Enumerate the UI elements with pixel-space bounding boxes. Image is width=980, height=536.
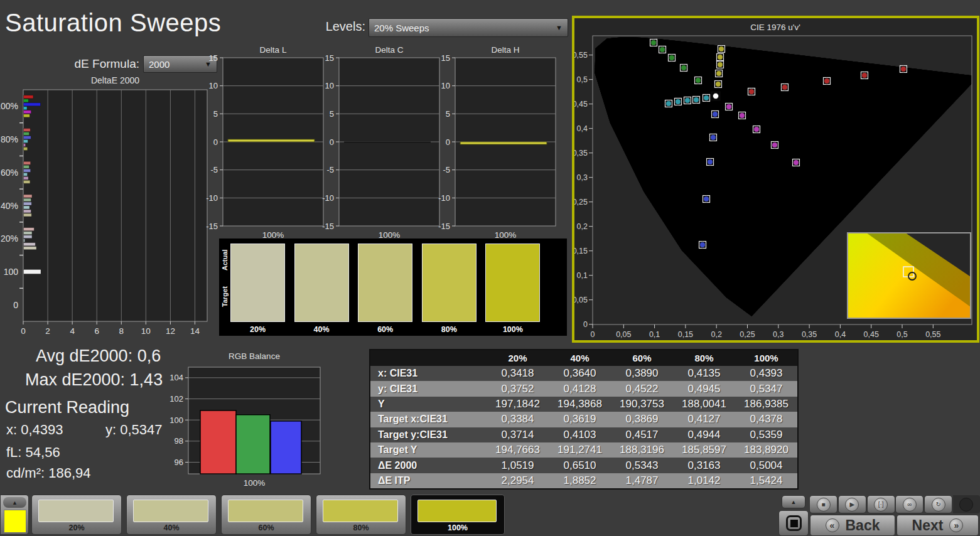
deltae-bar (24, 99, 29, 102)
current-cdm2-value: cd/m²: 186,94 (6, 465, 91, 481)
table-header-row: 20%40%60%80%100% (370, 350, 797, 366)
svg-text:80%: 80% (1, 134, 18, 144)
deltae-bar (24, 198, 31, 201)
svg-text:10: 10 (209, 81, 218, 90)
table-cell: 2,2954 (487, 474, 549, 487)
table-cell: 0,4103 (549, 429, 611, 441)
deltae-bar (24, 195, 32, 198)
levels-dropdown[interactable]: 20% Sweeps ▼ (369, 18, 568, 37)
de-formula-value: 2000 (149, 59, 201, 70)
svg-text:15: 15 (325, 53, 334, 63)
table-row-label: Target y:CIE31 (370, 429, 487, 441)
svg-text:-10: -10 (438, 193, 450, 203)
current-x-value: x: 0,4393 (6, 422, 63, 438)
svg-text:0,4: 0,4 (835, 330, 846, 339)
table-cell: 0,3869 (611, 413, 673, 426)
page-title: Saturation Sweeps (5, 9, 221, 37)
svg-text:100%: 100% (244, 478, 266, 488)
svg-text:0: 0 (330, 137, 334, 147)
table-column-header: 20% (487, 353, 549, 363)
table-column-header: 40% (549, 353, 611, 363)
cie-diagram-panel: CIE 1976 u'v' (572, 16, 979, 343)
level-button-80%[interactable]: 80% (316, 495, 406, 535)
deltae-bar (24, 129, 31, 132)
svg-text:-10: -10 (206, 193, 218, 203)
svg-text:-10: -10 (322, 193, 334, 203)
next-button[interactable]: Next » (897, 515, 979, 536)
deltae-bar (24, 176, 29, 180)
palette-expand-button[interactable]: ▲ (3, 497, 26, 508)
table-cell: 0,5359 (735, 429, 797, 441)
interval-button[interactable]: [·] (867, 495, 895, 513)
svg-text:5: 5 (446, 109, 450, 119)
deltae-bar (24, 136, 31, 139)
svg-text:0: 0 (13, 300, 18, 310)
deltae-bar (24, 180, 30, 183)
back-button[interactable]: « Back (810, 515, 895, 536)
svg-text:4: 4 (70, 326, 75, 336)
meter-expand-button[interactable]: ▲ (782, 495, 805, 508)
deltae-bar (24, 114, 30, 117)
svg-text:RGB Balance: RGB Balance (229, 351, 280, 361)
level-button-20%[interactable]: 20% (31, 495, 122, 535)
loop-button[interactable]: ∞ (895, 495, 923, 513)
table-cell: 194,7663 (487, 444, 549, 456)
level-button-60%[interactable]: 60% (221, 495, 311, 535)
table-row: Target y:CIE310,37140,41030,45170,49440,… (370, 427, 797, 442)
svg-text:15: 15 (209, 53, 218, 63)
svg-text:0,45: 0,45 (864, 330, 879, 339)
measure-button[interactable] (778, 510, 809, 536)
level-button-40%[interactable]: 40% (126, 495, 217, 535)
level-button-swatch (228, 500, 303, 522)
level-button-100%[interactable]: 100% (411, 495, 505, 535)
table-cell: 0,4393 (735, 367, 797, 380)
table-cell: 0,5343 (611, 459, 673, 472)
svg-text:0,25: 0,25 (574, 198, 588, 206)
deltae-bar (24, 213, 32, 217)
table-row-label: ΔE ITP (370, 475, 487, 486)
svg-text:0,55: 0,55 (925, 330, 940, 339)
svg-text:Delta C: Delta C (375, 45, 403, 55)
table-row-label: x: CIE31 (370, 368, 487, 379)
svg-text:0: 0 (591, 330, 595, 339)
stop-button[interactable]: ■ (809, 495, 837, 513)
table-cell: 1,8852 (549, 474, 611, 487)
svg-text:0,1: 0,1 (577, 271, 588, 280)
svg-text:0,2: 0,2 (577, 222, 588, 231)
current-fl-value: fL: 54,56 (6, 444, 60, 461)
table-cell: 0,4378 (735, 413, 797, 426)
rgb-bar-blue (271, 421, 301, 474)
table-row: x: CIE310,34180,36400,38900,41350,4393 (370, 366, 797, 381)
max-de2000-stat: Max dE2000: 1,43 (25, 370, 163, 390)
table-cell: 186,9385 (735, 398, 797, 410)
delta-h-chart: Delta H151050-5-10-15100% (429, 44, 558, 241)
swatch-40% (294, 244, 349, 322)
play-button[interactable]: ▶ (838, 495, 866, 513)
svg-text:0,35: 0,35 (802, 330, 817, 339)
svg-text:0,15: 0,15 (678, 330, 693, 339)
table-cell: 0,4517 (611, 429, 673, 441)
refresh-button[interactable]: ↻ (924, 495, 952, 513)
level-button-label: 80% (316, 523, 406, 532)
delta_h-bar (460, 142, 547, 144)
level-button-label: 20% (32, 523, 121, 532)
deltae-bar (24, 165, 30, 168)
deltae-bar (24, 173, 28, 176)
back-arrow-icon: « (826, 518, 839, 532)
deltae-bar (24, 247, 37, 250)
svg-text:10: 10 (141, 326, 151, 336)
level-button-label: 100% (411, 523, 504, 532)
rgb-balance-chart: RGB Balance1041021009896100% (170, 350, 370, 492)
svg-text:0,5: 0,5 (577, 75, 588, 84)
table-cell: 0,4945 (673, 383, 735, 395)
delta-l-chart: Delta L151050-5-10-15100% (197, 44, 326, 241)
table-cell: 0,6510 (549, 459, 611, 472)
svg-text:-15: -15 (438, 222, 450, 231)
app-window: Saturation Sweeps dE Formula: 2000 ▼ Lev… (0, 0, 980, 536)
levels-label: Levels: (276, 19, 365, 34)
swatch-80% (422, 244, 477, 322)
cie-title: CIE 1976 u'v' (750, 23, 800, 32)
deltae-bar (24, 206, 30, 209)
de-formula-label: dE Formula: (63, 57, 139, 71)
svg-text:10: 10 (441, 81, 450, 90)
